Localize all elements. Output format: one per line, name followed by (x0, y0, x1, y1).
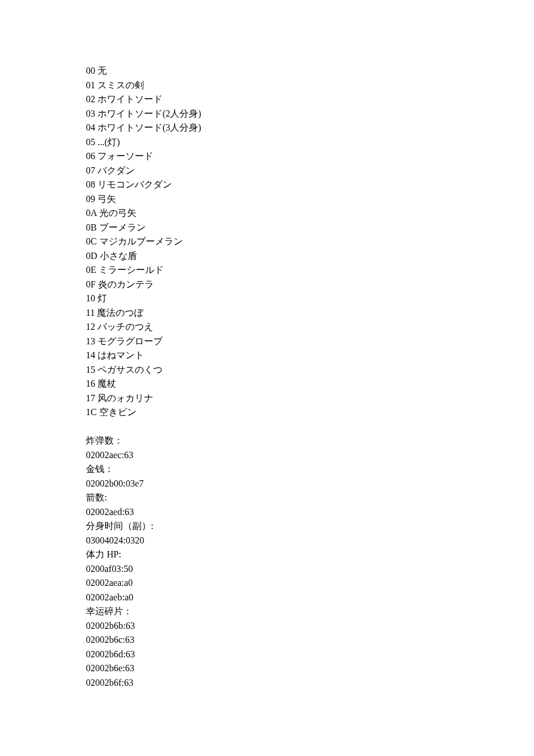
clone_time-code: 03004024:0320 (86, 534, 457, 548)
lucky_shards-code: 02002b6b:63 (86, 619, 457, 633)
hp-code: 02002aeb:a0 (86, 591, 457, 605)
arrows-code: 02002aed:63 (86, 505, 457, 520)
item-line: 15 ペガサスのくつ (86, 363, 457, 377)
item-code: 0A (86, 208, 97, 218)
item-code: 08 (86, 179, 95, 189)
spacer (86, 420, 457, 434)
item-name: 光の弓矢 (99, 208, 136, 218)
item-line: 13 モグラグローブ (86, 334, 457, 349)
item-list: 00 无01 スミスの剣02 ホワイトソード03 ホワイトソード(2人分身)04… (86, 64, 457, 420)
lucky_shards-code: 02002b6f:63 (86, 676, 457, 690)
item-name: 魔杖 (98, 379, 116, 388)
item-code: 01 (86, 80, 95, 90)
item-line: 0E ミラーシールド (86, 263, 457, 278)
item-name: 空きビン (99, 407, 136, 417)
hp-code: 02002aea:a0 (86, 576, 457, 591)
item-name: バッチのつえ (98, 322, 153, 332)
item-code: 09 (86, 194, 95, 204)
item-code: 0F (86, 279, 96, 289)
document-page: 00 无01 スミスの剣02 ホワイトソード03 ホワイトソード(2人分身)04… (0, 0, 457, 690)
item-code: 0E (86, 265, 96, 275)
cheat-sections: 炸弹数：02002aec:63金钱：02002b00:03e7箭数:02002a… (86, 434, 457, 690)
item-code: 1C (86, 407, 97, 417)
item-line: 0D 小さな盾 (86, 249, 457, 264)
item-name: ミラーシールド (99, 265, 164, 275)
item-code: 05 (86, 137, 95, 147)
item-code: 0D (86, 251, 98, 261)
item-line: 0F 炎のカンテラ (86, 278, 457, 292)
item-line: 08 リモコンバクダン (86, 178, 457, 192)
item-line: 10 灯 (86, 291, 457, 306)
money-code: 02002b00:03e7 (86, 477, 457, 491)
item-name: 无 (98, 66, 107, 75)
item-code: 11 (86, 308, 95, 318)
item-name: ブーメラン (99, 222, 146, 232)
item-code: 17 (86, 393, 95, 403)
item-name: マジカルブーメラン (99, 236, 183, 246)
item-code: 12 (86, 322, 95, 332)
hp-label: 体力 HP: (86, 548, 457, 562)
item-line: 0B ブーメラン (86, 221, 457, 235)
item-line: 06 フォーソード (86, 149, 457, 164)
lucky_shards-code: 02002b6c:63 (86, 633, 457, 647)
item-name: 魔法のつぼ (97, 308, 143, 318)
item-line: 01 スミスの剣 (86, 78, 457, 93)
item-name: 弓矢 (98, 194, 116, 204)
item-code: 16 (86, 379, 95, 388)
item-code: 02 (86, 94, 95, 104)
item-name: はねマント (98, 350, 144, 360)
item-line: 14 はねマント (86, 348, 457, 363)
item-name: 炎のカンテラ (98, 279, 154, 289)
item-line: 11 魔法のつぼ (86, 306, 457, 321)
item-name: スミスの剣 (98, 80, 144, 90)
item-line: 09 弓矢 (86, 192, 457, 207)
item-code: 13 (86, 336, 95, 346)
item-line: 05 ...(灯) (86, 135, 457, 150)
arrows-label: 箭数: (86, 491, 457, 505)
hp-code: 0200af03:50 (86, 562, 457, 577)
item-name: モグラグローブ (98, 336, 163, 346)
item-name: リモコンバクダン (98, 179, 172, 189)
item-code: 04 (86, 123, 95, 132)
clone_time-label: 分身时间（副）: (86, 519, 457, 534)
lucky_shards-code: 02002b6e:63 (86, 661, 457, 676)
item-name: 灯 (98, 293, 107, 303)
item-code: 0B (86, 222, 97, 232)
item-code: 14 (86, 350, 95, 360)
item-line: 04 ホワイトソード(3人分身) (86, 121, 457, 135)
item-name: 小さな盾 (100, 251, 137, 261)
lucky_shards-code: 02002b6d:63 (86, 647, 457, 662)
item-line: 16 魔杖 (86, 377, 457, 391)
item-code: 03 (86, 109, 95, 118)
item-line: 07 バクダン (86, 164, 457, 178)
item-line: 03 ホワイトソード(2人分身) (86, 107, 457, 121)
item-name: ホワイトソード(3人分身) (98, 123, 201, 132)
bombs-label: 炸弹数： (86, 434, 457, 448)
item-line: 1C 空きビン (86, 405, 457, 420)
item-line: 17 风のォカリナ (86, 391, 457, 406)
money-label: 金钱： (86, 462, 457, 477)
item-name: ...(灯) (98, 137, 120, 147)
item-code: 10 (86, 293, 95, 303)
item-code: 15 (86, 365, 95, 375)
lucky_shards-label: 幸运碎片： (86, 604, 457, 619)
item-line: 02 ホワイトソード (86, 92, 457, 107)
item-line: 0C マジカルブーメラン (86, 235, 457, 249)
item-line: 0A 光の弓矢 (86, 206, 457, 221)
item-code: 0C (86, 236, 97, 246)
item-name: 风のォカリナ (98, 393, 153, 403)
bombs-code: 02002aec:63 (86, 448, 457, 463)
item-code: 00 (86, 66, 95, 75)
item-line: 00 无 (86, 64, 457, 78)
item-name: バクダン (98, 165, 135, 175)
item-code: 06 (86, 151, 95, 161)
item-line: 12 バッチのつえ (86, 320, 457, 334)
item-code: 07 (86, 165, 95, 175)
item-name: ホワイトソード(2人分身) (98, 109, 201, 118)
item-name: ペガサスのくつ (98, 365, 163, 375)
item-name: フォーソード (98, 151, 153, 161)
item-name: ホワイトソード (98, 94, 163, 104)
